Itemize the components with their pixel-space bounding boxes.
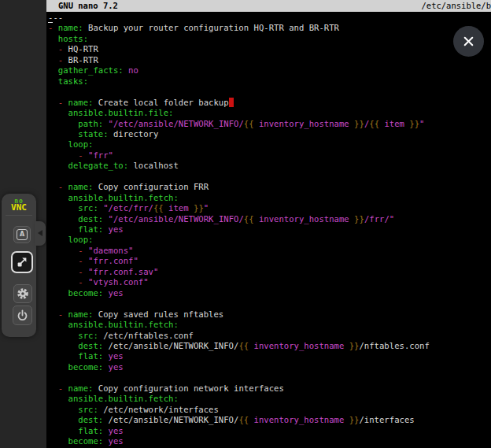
editor-line: flat: yes [48,426,491,436]
novnc-logo: no VNC [2,194,36,211]
editor-line: hosts: [48,34,491,44]
editor-line: dest: /etc/ansible/NETWORK_INFO/{{ inven… [48,415,491,425]
editor-line: - name: Backup your router configuration… [48,23,491,33]
editor-line: - HQ-RTR [48,44,491,54]
power-button[interactable] [13,305,32,325]
editor-line: ansible.builtin.file: [48,108,491,118]
editor-line: become: yes [48,288,491,298]
editor-line: src: /etc/network/interfaces [48,405,491,415]
sidebar-divider [6,215,32,216]
editor-line: --- [48,13,491,23]
editor-line: - "frr" [48,150,491,161]
editor-line: - "frr.conf" [48,256,491,266]
editor-line [48,298,491,309]
editor-line: dest: /etc/ansible/NETWORK_INFO/{{ inven… [48,341,491,351]
nano-filepath-label: /etc/ansible/b [421,0,491,12]
editor-line: become: yes [48,436,491,446]
editor-line: state: directory [48,129,491,139]
editor-content[interactable]: ---- name: Backup your router configurat… [46,12,491,447]
close-icon [462,35,475,48]
editor-line: loop: [48,139,491,150]
editor-line: ansible.builtin.fetch: [48,394,491,404]
editor-line: path: "/etc/ansible/NETWORK_INFO/{{ inve… [48,119,491,129]
terminal-window: GNU nano 7.2 /etc/ansible/b ---- name: B… [46,0,491,448]
editor-line: - "vtysh.conf" [48,277,491,287]
editor-line: - "daemons" [48,246,491,256]
editor-line [48,87,491,97]
close-button[interactable] [453,26,484,57]
editor-line [48,372,491,383]
editor-line: flat: yes [48,224,491,235]
keyboard-icon: A [17,229,28,240]
editor-line: loop: [48,235,491,245]
editor-line: become: yes [48,362,491,372]
gear-icon [16,287,30,301]
nano-titlebar: GNU nano 7.2 /etc/ansible/b [46,0,491,12]
control-bar-handle[interactable] [35,221,46,246]
fullscreen-icon [16,256,28,268]
editor-line: src: /etc/nftables.conf [48,331,491,341]
editor-line: tasks: [48,76,491,87]
editor-line: ansible.builtin.fetch: [48,320,491,330]
nano-version-label: GNU nano 7.2 [46,0,118,12]
editor-line [48,172,491,182]
editor-line: delegate_to: localhost [48,161,491,171]
collapse-arrow-icon [38,230,42,236]
editor-line: - name: Copy configuration FRR [48,182,491,192]
keyboard-button[interactable]: A [13,226,31,243]
editor-line: - BR-RTR [48,55,491,65]
editor-line: - "frr.conf.sav" [48,267,491,277]
editor-line: flat: yes [48,351,491,361]
settings-button[interactable] [13,284,32,303]
editor-line: ansible.builtin.fetch: [48,193,491,203]
editor-line: - name: Copy configuration network inter… [48,383,491,394]
editor-line: - name: Create local folder backup [48,98,491,108]
editor-line: - name: Copy saved rules nftables [48,309,491,320]
novnc-screen: { "window": { "app": "GNU nano", "title_… [0,0,491,448]
fullscreen-button[interactable] [11,251,33,273]
editor-line: gather_facts: no [48,65,491,76]
power-icon [16,309,29,322]
editor-line: dest: "/etc/ansible/NETWORK_INFO/{{ inve… [48,214,491,224]
novnc-logo-vnc: VNC [2,205,36,211]
editor-line: src: "/etc/frr/{{ item }}" [48,203,491,213]
